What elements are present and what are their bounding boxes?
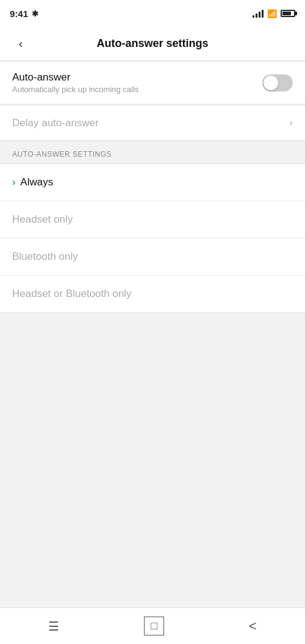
options-section: › Always Headset only Bluetooth only Hea…	[0, 164, 305, 313]
wifi-icon: 📶	[267, 9, 277, 18]
option-headset-only-label: Headset only	[12, 213, 73, 226]
auto-answer-section: Auto-answer Automatically pick up incomi…	[0, 61, 305, 105]
gray-fill-area	[0, 313, 305, 607]
option-selected-icon: ›	[12, 177, 15, 188]
home-icon[interactable]: □	[144, 617, 164, 635]
status-right: 📶	[253, 9, 295, 18]
section-header: AUTO-ANSWER SETTINGS	[0, 141, 305, 164]
back-button[interactable]: ‹	[10, 33, 32, 55]
auto-answer-toggle-row[interactable]: Auto-answer Automatically pick up incomi…	[0, 62, 305, 104]
option-bluetooth-only-row[interactable]: Bluetooth only	[0, 238, 305, 276]
status-left: 9:41 ✱	[10, 9, 38, 19]
option-headset-or-bluetooth-label: Headset or Bluetooth only	[12, 288, 132, 300]
nav-back-icon[interactable]: <	[237, 614, 269, 639]
option-headset-only-row[interactable]: Headset only	[0, 201, 305, 238]
option-always-label: Always	[20, 176, 293, 188]
auto-answer-sublabel: Automatically pick up incoming calls	[12, 85, 138, 94]
auto-answer-label: Auto-answer	[12, 71, 138, 84]
signal-icon	[253, 9, 264, 18]
delay-auto-answer-label: Delay auto-answer	[12, 117, 99, 129]
bottom-nav: ☰ □ <	[0, 607, 305, 644]
menu-icon[interactable]: ☰	[36, 614, 71, 639]
battery-icon	[281, 10, 295, 17]
toggle-knob	[264, 76, 278, 90]
auto-answer-toggle[interactable]	[262, 74, 293, 91]
time-display: 9:41	[10, 9, 28, 19]
back-chevron-icon: ‹	[19, 37, 23, 51]
delay-auto-answer-row[interactable]: Delay auto-answer ›	[0, 106, 305, 141]
top-bar: ‹ Auto-answer settings	[0, 27, 305, 61]
auto-answer-text: Auto-answer Automatically pick up incomi…	[12, 71, 138, 94]
section-header-label: AUTO-ANSWER SETTINGS	[12, 150, 112, 159]
option-always-row[interactable]: › Always	[0, 164, 305, 201]
option-bluetooth-only-label: Bluetooth only	[12, 251, 78, 263]
page-title: Auto-answer settings	[32, 37, 273, 50]
bluetooth-icon: ✱	[32, 9, 38, 18]
delay-chevron-icon: ›	[289, 116, 293, 129]
settings-content: Auto-answer Automatically pick up incomi…	[0, 61, 305, 607]
status-bar: 9:41 ✱ 📶	[0, 0, 305, 27]
option-headset-or-bluetooth-row[interactable]: Headset or Bluetooth only	[0, 276, 305, 312]
